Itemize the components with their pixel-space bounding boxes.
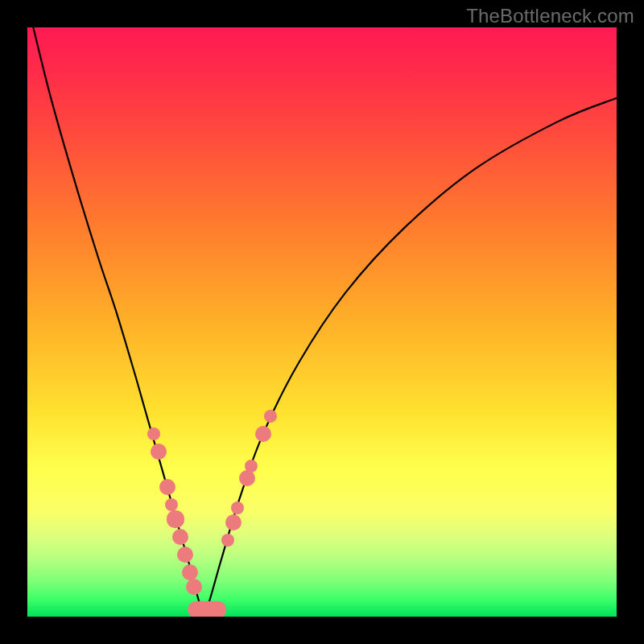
data-marker bbox=[221, 534, 234, 547]
chart-frame: TheBottleneck.com bbox=[0, 0, 644, 644]
curve-right-branch bbox=[204, 98, 617, 617]
data-marker bbox=[151, 444, 167, 460]
curve-left-branch bbox=[33, 27, 204, 617]
data-marker bbox=[231, 502, 244, 514]
bottleneck-curve bbox=[27, 27, 617, 617]
data-marker bbox=[167, 510, 184, 528]
data-marker bbox=[225, 514, 242, 530]
data-marker bbox=[255, 426, 271, 442]
watermark-text: TheBottleneck.com bbox=[466, 5, 634, 27]
plot-area bbox=[27, 27, 617, 617]
data-marker bbox=[147, 427, 160, 440]
data-marker bbox=[264, 410, 277, 423]
data-marker bbox=[186, 579, 202, 595]
bottom-marker-bar bbox=[188, 601, 226, 617]
data-marker bbox=[165, 498, 178, 511]
data-marker bbox=[182, 564, 198, 580]
data-marker bbox=[159, 479, 175, 495]
data-marker bbox=[177, 547, 193, 563]
data-marker bbox=[245, 460, 258, 473]
data-marker bbox=[172, 529, 188, 545]
